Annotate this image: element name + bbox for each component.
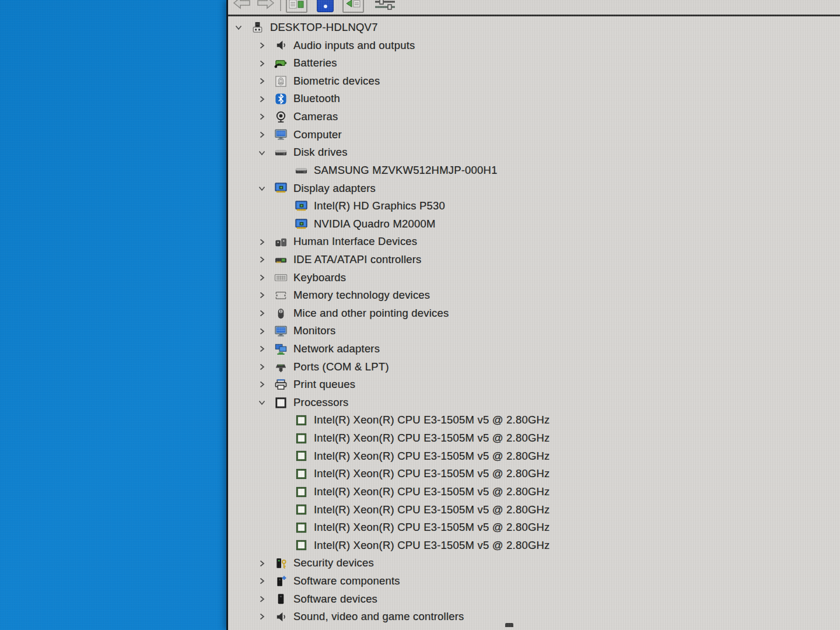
display-adapter-icon	[294, 199, 308, 213]
tree-item-processors[interactable]: Processors	[228, 394, 840, 412]
chevron-right-icon[interactable]	[258, 75, 274, 88]
battery-icon	[274, 57, 288, 71]
chevron-right-icon[interactable]	[258, 128, 274, 141]
tree-item-nvidia-quadro-m2000m[interactable]: NVIDIA Quadro M2000M	[228, 215, 840, 233]
tree-item-label: Security devices	[293, 558, 374, 569]
help-icon[interactable]	[317, 0, 334, 12]
tree-item-label: Cameras	[293, 111, 338, 123]
tree-item-disk-drives[interactable]: Disk drives	[228, 144, 840, 162]
memory-card-icon	[274, 288, 288, 302]
cpu-chip-icon	[294, 431, 308, 445]
tree-item-biometric-devices[interactable]: Biometric devices	[228, 72, 840, 90]
tree-item-label: Software devices	[293, 594, 377, 605]
chevron-right-icon[interactable]	[258, 307, 274, 320]
console-tree-icon[interactable]	[286, 0, 307, 13]
toolbar-separator	[280, 0, 281, 11]
forward-icon[interactable]	[256, 0, 275, 10]
chevron-right-icon[interactable]	[258, 57, 274, 70]
tree-item-computer[interactable]: Computer	[228, 126, 840, 144]
tree-item-label: Computer	[293, 130, 342, 141]
chevron-right-icon[interactable]	[258, 378, 274, 391]
tree-item-label: Human Interface Devices	[293, 236, 417, 247]
tree-item-intel-r-xeon-r-cpu-e3-1505m-v5-2-80ghz[interactable]: Intel(R) Xeon(R) CPU E3-1505M v5 @ 2.80G…	[228, 519, 840, 537]
tree-item-label: Display adapters	[293, 183, 376, 194]
tree-item-audio-inputs-and-outputs[interactable]: Audio inputs and outputs	[228, 37, 840, 55]
filter-settings-icon[interactable]	[373, 0, 398, 13]
tree-item-intel-r-xeon-r-cpu-e3-1505m-v5-2-80ghz[interactable]: Intel(R) Xeon(R) CPU E3-1505M v5 @ 2.80G…	[228, 537, 840, 555]
tree-item-desktop-hdlnqv7[interactable]: DESKTOP-HDLNQV7	[228, 19, 840, 37]
toolbar	[228, 0, 840, 15]
tree-item-intel-r-xeon-r-cpu-e3-1505m-v5-2-80ghz[interactable]: Intel(R) Xeon(R) CPU E3-1505M v5 @ 2.80G…	[228, 429, 840, 447]
cpu-chip-icon	[294, 467, 308, 481]
speaker-icon	[274, 38, 288, 52]
tree-item-ports-com-lpt[interactable]: Ports (COM & LPT)	[228, 358, 840, 376]
tree-item-label: Intel(R) Xeon(R) CPU E3-1505M v5 @ 2.80G…	[314, 433, 550, 444]
chevron-right-icon[interactable]	[258, 39, 274, 52]
chevron-right-icon[interactable]	[258, 342, 274, 355]
printer-icon	[274, 377, 288, 391]
tree-item-label: Intel(R) Xeon(R) CPU E3-1505M v5 @ 2.80G…	[314, 522, 550, 533]
tree-item-label: Intel(R) HD Graphics P530	[314, 201, 445, 212]
expander-placeholder	[278, 450, 294, 463]
tree-item-network-adapters[interactable]: Network adapters	[228, 340, 840, 358]
chevron-right-icon[interactable]	[258, 360, 274, 373]
chevron-right-icon[interactable]	[258, 557, 274, 570]
processor-icon	[274, 396, 288, 410]
chevron-right-icon[interactable]	[258, 236, 274, 249]
tree-item-samsung-mzvkw512hmjp-000h1[interactable]: SAMSUNG MZVKW512HMJP-000H1	[228, 162, 840, 180]
tree-item-software-components[interactable]: Software components	[228, 572, 840, 590]
tree-item-cameras[interactable]: Cameras	[228, 108, 840, 126]
chevron-down-icon[interactable]	[258, 182, 274, 195]
monitor-icon	[274, 324, 288, 338]
software-device-icon	[274, 592, 288, 606]
tree-item-display-adapters[interactable]: Display adapters	[228, 179, 840, 197]
chevron-right-icon[interactable]	[258, 110, 274, 123]
tree-item-intel-r-xeon-r-cpu-e3-1505m-v5-2-80ghz[interactable]: Intel(R) Xeon(R) CPU E3-1505M v5 @ 2.80G…	[228, 483, 840, 501]
tree-item-label: Audio inputs and outputs	[293, 40, 415, 51]
tree-item-label: Print queues	[293, 379, 355, 390]
tree-item-label: Biometric devices	[293, 76, 380, 87]
chevron-right-icon[interactable]	[258, 610, 274, 623]
tree-item-label: Intel(R) Xeon(R) CPU E3-1505M v5 @ 2.80G…	[314, 415, 550, 426]
tree-item-intel-r-xeon-r-cpu-e3-1505m-v5-2-80ghz[interactable]: Intel(R) Xeon(R) CPU E3-1505M v5 @ 2.80G…	[228, 501, 840, 519]
chevron-right-icon[interactable]	[258, 93, 274, 106]
chevron-right-icon[interactable]	[258, 593, 274, 606]
cpu-chip-icon	[294, 520, 308, 534]
tree-item-intel-r-xeon-r-cpu-e3-1505m-v5-2-80ghz[interactable]: Intel(R) Xeon(R) CPU E3-1505M v5 @ 2.80G…	[228, 411, 840, 429]
chevron-down-icon[interactable]	[258, 396, 274, 409]
tree-item-human-interface-devices[interactable]: Human Interface Devices	[228, 233, 840, 251]
tree-item-intel-r-xeon-r-cpu-e3-1505m-v5-2-80ghz[interactable]: Intel(R) Xeon(R) CPU E3-1505M v5 @ 2.80G…	[228, 465, 840, 483]
tree-item-sound-video-and-game-controllers[interactable]: Sound, video and game controllers	[228, 608, 840, 626]
chevron-right-icon[interactable]	[258, 575, 274, 587]
chevron-right-icon[interactable]	[258, 271, 274, 284]
monitor-icon	[274, 128, 288, 142]
tree-item-memory-technology-devices[interactable]: Memory technology devices	[228, 286, 840, 304]
tree-item-print-queues[interactable]: Print queues	[228, 376, 840, 394]
tree-item-monitors[interactable]: Monitors	[228, 322, 840, 340]
chevron-right-icon[interactable]	[258, 325, 274, 338]
tree-item-label: Processors	[293, 397, 349, 408]
tree-item-batteries[interactable]: Batteries	[228, 54, 840, 72]
tree-item-label: Network adapters	[293, 344, 380, 355]
disk-icon	[294, 163, 308, 177]
chevron-right-icon[interactable]	[258, 253, 274, 266]
expander-placeholder	[278, 539, 294, 552]
tree-item-bluetooth[interactable]: Bluetooth	[228, 90, 840, 108]
tree-item-mice-and-other-pointing-devices[interactable]: Mice and other pointing devices	[228, 304, 840, 323]
hid-icon	[274, 235, 288, 249]
chevron-down-icon[interactable]	[258, 146, 274, 159]
tree-item-intel-r-xeon-r-cpu-e3-1505m-v5-2-80ghz[interactable]: Intel(R) Xeon(R) CPU E3-1505M v5 @ 2.80G…	[228, 447, 840, 466]
tree-item-keyboards[interactable]: Keyboards	[228, 269, 840, 287]
expander-placeholder	[278, 432, 294, 444]
tree-item-software-devices[interactable]: Software devices	[228, 590, 840, 608]
chevron-right-icon[interactable]	[258, 289, 274, 302]
network-adapter-icon	[274, 342, 288, 356]
tree-item-security-devices[interactable]: Security devices	[228, 554, 840, 572]
scan-hardware-changes-icon[interactable]	[342, 0, 364, 13]
tree-item-ide-ata-atapi-controllers[interactable]: IDE ATA/ATAPI controllers	[228, 251, 840, 269]
chevron-down-icon[interactable]	[235, 21, 250, 34]
security-key-icon	[274, 556, 288, 570]
tree-item-intel-r-hd-graphics-p530[interactable]: Intel(R) HD Graphics P530	[228, 197, 840, 215]
display-adapter-icon	[274, 181, 288, 195]
back-icon[interactable]	[233, 0, 251, 10]
